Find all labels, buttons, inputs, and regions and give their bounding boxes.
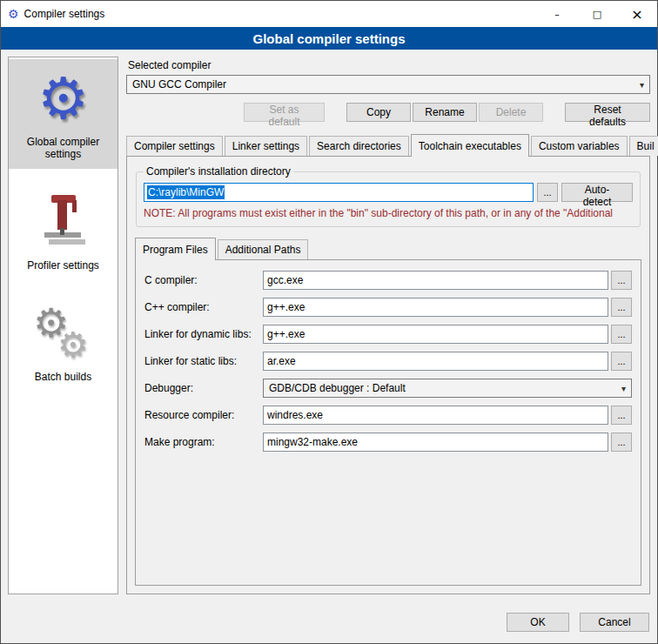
tab-compiler-settings[interactable]: Compiler settings: [126, 136, 223, 156]
dynamic-linker-browse-button[interactable]: ...: [611, 325, 632, 344]
installation-directory-group: Compiler's installation directory C:\ray…: [136, 165, 641, 227]
set-as-default-button[interactable]: Set as default: [244, 103, 325, 122]
tab-toolchain-executables[interactable]: Toolchain executables: [411, 134, 529, 157]
reset-defaults-button[interactable]: Reset defaults: [565, 103, 650, 122]
resource-compiler-row: Resource compiler: ...: [144, 406, 632, 425]
static-linker-label: Linker for static libs:: [144, 355, 263, 367]
rename-button[interactable]: Rename: [413, 103, 477, 122]
subtab-additional-paths[interactable]: Additional Paths: [218, 239, 309, 259]
install-dir-browse-button[interactable]: ...: [537, 183, 558, 202]
main-panel: Selected compiler GNU GCC Compiler ▾ Set…: [126, 57, 650, 594]
toolchain-executables-panel: Compiler's installation directory C:\ray…: [126, 156, 650, 594]
debugger-value: GDB/CDB debugger : Default: [269, 382, 618, 394]
page-title: Global compiler settings: [1, 27, 657, 50]
static-linker-row: Linker for static libs: ...: [144, 352, 632, 371]
titlebar[interactable]: ⚙ Compiler settings – □ ×: [1, 1, 657, 27]
subtab-program-files[interactable]: Program Files: [135, 238, 216, 260]
sidebar-item-profiler-settings[interactable]: Profiler settings: [9, 183, 118, 280]
selected-compiler-select[interactable]: GNU GCC Compiler ▾: [126, 75, 650, 94]
cpp-compiler-row: C++ compiler: ...: [144, 298, 632, 317]
debugger-row: Debugger: GDB/CDB debugger : Default ▾: [144, 379, 632, 398]
copy-button[interactable]: Copy: [346, 103, 411, 122]
window-title: Compiler settings: [24, 8, 105, 20]
sidebar-item-label: Global compiler settings: [12, 136, 114, 160]
resource-compiler-input[interactable]: [263, 406, 608, 425]
selected-compiler-value: GNU GCC Compiler: [132, 78, 636, 91]
chevron-down-icon: ▾: [640, 80, 644, 90]
tab-linker-settings[interactable]: Linker settings: [225, 136, 307, 156]
tab-build-options[interactable]: Buil: [629, 136, 658, 156]
sidebar-item-global-compiler-settings[interactable]: ⚙ Global compiler settings: [9, 59, 118, 169]
sidebar-item-label: Batch builds: [35, 371, 91, 383]
make-program-browse-button[interactable]: ...: [611, 433, 632, 452]
gray-gears-icon: ⚙ ⚙: [12, 301, 114, 367]
cpp-compiler-browse-button[interactable]: ...: [611, 298, 632, 317]
make-program-row: Make program: ...: [144, 433, 632, 452]
selected-compiler-label: Selected compiler: [128, 59, 650, 71]
compiler-settings-window: ⚙ Compiler settings – □ × Global compile…: [0, 0, 658, 644]
dialog-content: ⚙ Global compiler settings Profiler sett…: [1, 50, 657, 601]
c-compiler-input[interactable]: [263, 271, 608, 290]
tab-custom-variables[interactable]: Custom variables: [531, 136, 628, 156]
maximize-button[interactable]: □: [577, 1, 617, 27]
app-icon: ⚙: [8, 8, 19, 20]
static-linker-input[interactable]: [263, 352, 608, 371]
minimize-button[interactable]: –: [537, 1, 577, 27]
resource-compiler-browse-button[interactable]: ...: [611, 406, 632, 425]
install-dir-input[interactable]: C:\raylib\MinGW: [144, 183, 534, 202]
install-dir-selected-text: C:\raylib\MinGW: [147, 185, 225, 199]
program-files-subtabbar: Program Files Additional Paths: [135, 238, 641, 259]
bin-subdirectory-note: NOTE: All programs must exist either in …: [144, 207, 633, 219]
settings-category-sidebar: ⚙ Global compiler settings Profiler sett…: [8, 57, 118, 594]
installation-directory-group-title: Compiler's installation directory: [144, 165, 293, 178]
make-program-input[interactable]: [263, 433, 608, 452]
dynamic-linker-input[interactable]: [263, 325, 608, 344]
cpp-compiler-input[interactable]: [263, 298, 608, 317]
compiler-action-buttons: Set as default Copy Rename Delete Reset …: [126, 103, 650, 122]
window-controls: – □ ×: [537, 1, 657, 27]
blue-gear-icon: ⚙: [12, 66, 114, 132]
cancel-button[interactable]: Cancel: [580, 613, 649, 632]
static-linker-browse-button[interactable]: ...: [611, 352, 632, 371]
program-files-panel: C compiler: ... C++ compiler: ...: [135, 259, 641, 586]
installation-directory-row: C:\raylib\MinGW ... Auto-detect: [144, 183, 633, 202]
close-button[interactable]: ×: [617, 1, 657, 27]
cpp-compiler-label: C++ compiler:: [144, 301, 263, 313]
debugger-select[interactable]: GDB/CDB debugger : Default ▾: [263, 379, 632, 398]
dialog-footer: OK Cancel: [1, 601, 657, 643]
c-compiler-browse-button[interactable]: ...: [611, 271, 632, 290]
c-compiler-row: C compiler: ...: [144, 271, 632, 290]
debugger-label: Debugger:: [144, 382, 263, 394]
make-program-label: Make program:: [144, 436, 263, 448]
profiler-tool-icon: [12, 190, 114, 256]
delete-button[interactable]: Delete: [479, 103, 543, 122]
dynamic-linker-row: Linker for dynamic libs: ...: [144, 325, 632, 344]
resource-compiler-label: Resource compiler:: [144, 409, 263, 421]
c-compiler-label: C compiler:: [144, 274, 263, 286]
dynamic-linker-label: Linker for dynamic libs:: [144, 328, 263, 340]
tab-search-directories[interactable]: Search directories: [309, 136, 409, 156]
chevron-down-icon: ▾: [621, 384, 626, 393]
sidebar-item-batch-builds[interactable]: ⚙ ⚙ Batch builds: [9, 294, 118, 392]
settings-tabbar: Compiler settings Linker settings Search…: [126, 134, 650, 156]
sidebar-item-label: Profiler settings: [27, 259, 99, 272]
ok-button[interactable]: OK: [507, 613, 569, 632]
autodetect-button[interactable]: Auto-detect: [561, 183, 633, 202]
